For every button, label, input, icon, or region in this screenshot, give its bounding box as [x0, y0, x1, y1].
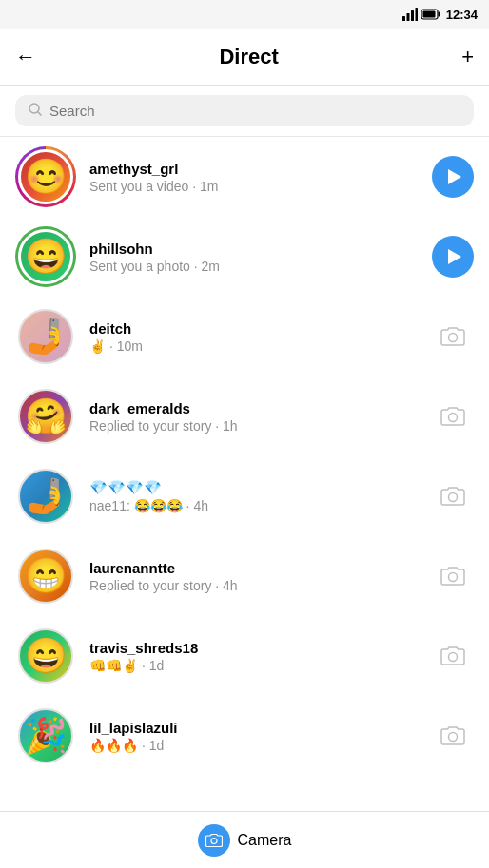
bottom-bar[interactable]: Camera: [0, 811, 489, 868]
avatar: 🤳: [18, 469, 73, 524]
svg-point-15: [211, 838, 217, 843]
status-bar: 12:34: [0, 0, 489, 29]
message-preview: 👊👊✌️ · 1d: [89, 658, 424, 673]
camera-action-button[interactable]: [432, 475, 474, 517]
camera-action-icon: [440, 486, 465, 507]
camera-button[interactable]: Camera: [198, 824, 292, 857]
message-preview: Sent you a video · 1m: [89, 179, 424, 194]
svg-point-14: [449, 733, 458, 742]
message-content: amethyst_grlSent you a video · 1m: [89, 161, 424, 194]
message-username: 💎💎💎💎: [89, 479, 424, 496]
svg-rect-5: [438, 12, 440, 17]
play-button[interactable]: [432, 236, 474, 278]
header: ← Direct +: [0, 29, 489, 86]
message-preview: Sent you a photo · 2m: [89, 259, 424, 274]
message-preview: Replied to your story · 1h: [89, 418, 424, 434]
message-username: phillsohn: [89, 241, 424, 257]
message-list: 😊amethyst_grlSent you a video · 1m😄phill…: [0, 137, 489, 776]
message-username: laurenanntte: [89, 560, 424, 576]
camera-action-icon: [440, 725, 465, 746]
status-time: 12:34: [446, 8, 478, 22]
camera-action-button[interactable]: [432, 715, 474, 757]
search-icon: [29, 103, 42, 119]
message-content: lil_lapislazuli🔥🔥🔥 · 1d: [89, 720, 424, 753]
message-username: deitch: [89, 320, 424, 337]
camera-action-button[interactable]: [432, 395, 474, 437]
message-content: laurenanntteReplied to your story · 4h: [89, 560, 424, 593]
camera-label: Camera: [238, 832, 292, 849]
battery-icon: [421, 9, 440, 20]
svg-rect-2: [411, 10, 414, 21]
svg-point-12: [449, 573, 458, 582]
camera-action-button[interactable]: [432, 555, 474, 597]
search-box[interactable]: [15, 95, 474, 126]
avatar: 😄: [18, 229, 73, 284]
message-username: dark_emeralds: [89, 400, 424, 416]
camera-icon: [205, 833, 223, 848]
back-button[interactable]: ←: [15, 47, 36, 68]
message-preview: Replied to your story · 4h: [89, 578, 424, 593]
svg-rect-0: [402, 16, 405, 21]
avatar: 🤳: [18, 309, 73, 364]
message-content: 💎💎💎💎nae11: 😂😂😂 · 4h: [89, 479, 424, 513]
avatar: 🤗: [18, 389, 73, 444]
message-username: travis_shreds18: [89, 640, 424, 656]
camera-action-button[interactable]: [432, 316, 474, 357]
svg-point-11: [449, 493, 458, 502]
search-input[interactable]: [49, 103, 460, 119]
message-content: phillsohnSent you a photo · 2m: [89, 241, 424, 274]
avatar: 🎉: [18, 708, 73, 763]
message-preview: nae11: 😂😂😂 · 4h: [89, 498, 424, 513]
list-item[interactable]: 🤳💎💎💎💎nae11: 😂😂😂 · 4h: [0, 456, 489, 536]
play-button[interactable]: [432, 156, 474, 198]
camera-action-icon: [440, 406, 465, 427]
list-item[interactable]: 😊amethyst_grlSent you a video · 1m: [0, 137, 489, 217]
message-username: amethyst_grl: [89, 161, 424, 177]
avatar: 😁: [18, 549, 73, 604]
list-item[interactable]: 😄phillsohnSent you a photo · 2m: [0, 217, 489, 297]
avatar: 😊: [18, 149, 73, 204]
svg-line-8: [38, 112, 41, 115]
camera-action-icon: [440, 646, 465, 666]
message-username: lil_lapislazuli: [89, 720, 424, 736]
message-preview: 🔥🔥🔥 · 1d: [89, 738, 424, 753]
page-title: Direct: [219, 45, 278, 69]
message-content: travis_shreds18👊👊✌️ · 1d: [89, 640, 424, 673]
list-item[interactable]: 😁laurenanntteReplied to your story · 4h: [0, 536, 489, 616]
search-container: [0, 86, 489, 137]
status-icons: [402, 8, 440, 21]
camera-action-button[interactable]: [432, 635, 474, 677]
signal-icon: [402, 8, 418, 21]
svg-rect-1: [406, 13, 409, 21]
list-item[interactable]: 😄travis_shreds18👊👊✌️ · 1d: [0, 616, 489, 696]
svg-rect-3: [415, 8, 418, 21]
avatar: 😄: [18, 628, 73, 684]
message-preview: ✌️ · 10m: [89, 338, 424, 354]
svg-point-13: [449, 653, 458, 662]
list-item[interactable]: 🤗dark_emeraldsReplied to your story · 1h: [0, 376, 489, 456]
message-content: deitch✌️ · 10m: [89, 320, 424, 354]
svg-point-10: [449, 414, 458, 422]
list-item[interactable]: 🤳deitch✌️ · 10m: [0, 297, 489, 376]
camera-action-icon: [440, 566, 465, 587]
svg-point-9: [449, 334, 458, 342]
camera-circle-icon: [198, 824, 230, 857]
add-button[interactable]: +: [461, 45, 474, 69]
svg-rect-6: [422, 11, 435, 18]
list-item[interactable]: 🎉lil_lapislazuli🔥🔥🔥 · 1d: [0, 696, 489, 776]
message-content: dark_emeraldsReplied to your story · 1h: [89, 400, 424, 434]
camera-action-icon: [440, 326, 465, 347]
